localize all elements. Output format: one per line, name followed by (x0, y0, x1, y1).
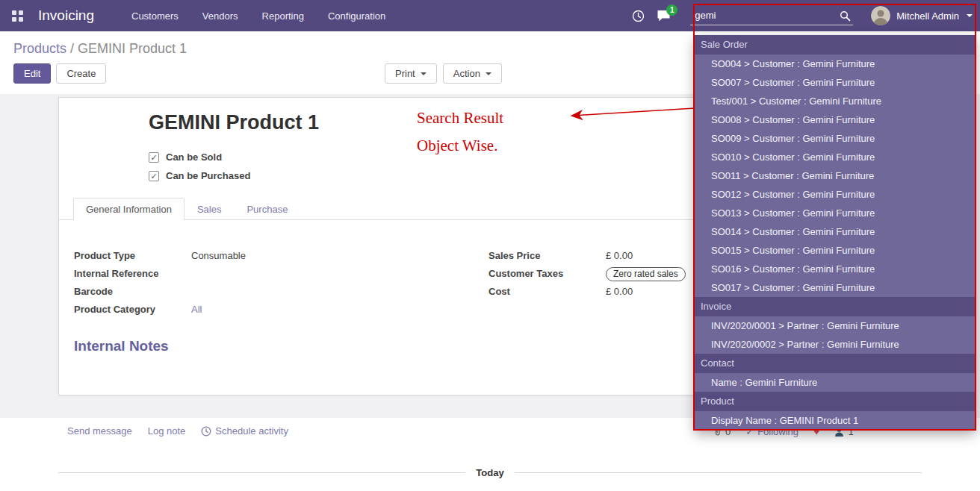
search-result-item[interactable]: INV/2020/0002 > Partner : Gemini Furnitu… (695, 335, 976, 354)
checkbox-row: Can be Sold (149, 151, 250, 163)
field-row-product-category: Product CategoryAll (74, 301, 481, 319)
chevron-down-icon (967, 14, 973, 17)
search-results-dropdown: Sale OrderSO004 > Customer : Gemini Furn… (695, 35, 976, 430)
tax-tag: Zero rated sales (606, 267, 686, 281)
top-navbar: Invoicing CustomersVendorsReportingConfi… (0, 0, 980, 31)
field-label: Sales Price (489, 247, 606, 263)
annotation-text: Search Result Object Wise. (417, 109, 503, 164)
app-name[interactable]: Invoicing (38, 7, 94, 24)
nav-item-configuration[interactable]: Configuration (328, 10, 385, 22)
nav-item-reporting[interactable]: Reporting (262, 10, 304, 22)
field-value-customer-taxes: Zero rated sales (606, 265, 686, 281)
field-row-barcode: Barcode (74, 283, 481, 301)
fields-left: Product TypeConsumableInternal Reference… (74, 247, 481, 319)
navbar-right: 1 Mitchell Admin (632, 6, 973, 25)
search-result-item[interactable]: SO014 > Customer : Gemini Furniture (695, 222, 976, 241)
can-be-purchased-label: Can be Purchased (166, 170, 250, 181)
field-label: Internal Reference (74, 265, 191, 281)
search-group-header-product: Product (695, 392, 976, 411)
field-row-product-type: Product TypeConsumable (74, 247, 481, 265)
navbar-search (690, 7, 853, 25)
field-value-product-type: Consumable (191, 247, 246, 263)
breadcrumb-products-link[interactable]: Products (13, 41, 66, 56)
field-value-product-category[interactable]: All (191, 301, 202, 316)
apps-grid-icon[interactable] (12, 10, 23, 22)
search-result-item[interactable]: Test/001 > Customer : Gemini Furniture (695, 92, 976, 110)
nav-item-customers[interactable]: Customers (131, 10, 179, 22)
divider-line (515, 472, 922, 473)
field-label: Product Type (74, 247, 191, 263)
search-result-item[interactable]: SO012 > Customer : Gemini Furniture (695, 185, 976, 204)
breadcrumb-separator: / (66, 41, 78, 56)
search-result-item[interactable]: SO008 > Customer : Gemini Furniture (695, 110, 976, 129)
nav-item-vendors[interactable]: Vendors (202, 10, 238, 22)
search-result-item[interactable]: Display Name : GEMINI Product 1 (695, 411, 976, 430)
activities-clock-icon[interactable] (632, 10, 645, 22)
create-button[interactable]: Create (56, 63, 106, 84)
can-be-sold-label: Can be Sold (166, 151, 222, 163)
search-result-item[interactable]: SO007 > Customer : Gemini Furniture (695, 73, 976, 92)
field-label: Barcode (74, 283, 191, 298)
chatter-links: Send message Log note Schedule activity (67, 425, 288, 437)
product-title: GEMINI Product 1 (149, 111, 319, 134)
field-label: Customer Taxes (489, 265, 606, 281)
checkbox-row: Can be Purchased (149, 170, 250, 181)
search-result-item[interactable]: SO009 > Customer : Gemini Furniture (695, 129, 976, 148)
search-group-header-contact: Contact (695, 354, 976, 373)
search-result-item[interactable]: SO017 > Customer : Gemini Furniture (695, 278, 976, 297)
tab-sales[interactable]: Sales (184, 198, 235, 219)
search-icon[interactable] (840, 10, 851, 25)
search-input[interactable] (690, 7, 853, 25)
action-menu-button[interactable]: Action (443, 63, 502, 84)
breadcrumb-current: GEMINI Product 1 (78, 41, 187, 56)
print-label: Print (395, 68, 415, 79)
search-result-item[interactable]: Name : Gemini Furniture (695, 373, 976, 392)
action-buttons-group: Print Action (385, 63, 502, 84)
user-menu[interactable]: Mitchell Admin (871, 6, 973, 25)
field-label: Cost (489, 283, 606, 298)
can-be-sold-checkbox[interactable] (149, 152, 159, 163)
messages-badge: 1 (666, 4, 677, 16)
field-label: Product Category (74, 301, 191, 316)
send-message-link[interactable]: Send message (67, 425, 132, 437)
schedule-clock-icon (201, 426, 211, 437)
chevron-down-icon (421, 72, 427, 75)
tab-general-information[interactable]: General Information (73, 198, 184, 220)
search-result-item[interactable]: SO004 > Customer : Gemini Furniture (695, 54, 976, 73)
chevron-down-icon (486, 72, 491, 75)
search-result-item[interactable]: SO013 > Customer : Gemini Furniture (695, 204, 976, 222)
search-group-header-sale-order: Sale Order (695, 35, 976, 54)
schedule-activity-label: Schedule activity (215, 425, 288, 437)
internal-notes-heading: Internal Notes (74, 338, 169, 354)
search-result-item[interactable]: SO010 > Customer : Gemini Furniture (695, 148, 976, 166)
field-value-cost: £ 0.00 (606, 283, 633, 298)
print-menu-button[interactable]: Print (385, 63, 437, 84)
search-result-item[interactable]: INV/2020/0001 > Partner : Gemini Furnitu… (695, 316, 976, 335)
edit-button[interactable]: Edit (13, 63, 51, 84)
screen: Invoicing CustomersVendorsReportingConfi… (0, 0, 980, 491)
field-value-sales-price: £ 0.00 (606, 247, 633, 263)
messages-bubble-icon[interactable]: 1 (657, 10, 671, 22)
search-result-item[interactable]: SO011 > Customer : Gemini Furniture (695, 166, 976, 185)
annotation-line1: Search Result (417, 109, 503, 128)
search-result-item[interactable]: SO016 > Customer : Gemini Furniture (695, 260, 976, 278)
search-group-header-invoice: Invoice (695, 297, 976, 316)
field-row-internal-reference: Internal Reference (74, 265, 481, 283)
today-label: Today (465, 467, 514, 478)
divider-line (58, 472, 465, 473)
avatar (871, 6, 890, 25)
log-note-link[interactable]: Log note (148, 425, 186, 437)
user-name: Mitchell Admin (896, 10, 959, 22)
navbar-menu: CustomersVendorsReportingConfiguration (131, 10, 385, 22)
today-divider: Today (58, 467, 922, 478)
annotation-line2: Object Wise. (417, 137, 503, 155)
can-be-purchased-checkbox[interactable] (149, 171, 159, 181)
action-label: Action (453, 68, 480, 79)
schedule-activity-link[interactable]: Schedule activity (201, 425, 288, 437)
checkbox-group: Can be SoldCan be Purchased (149, 151, 250, 189)
search-result-item[interactable]: SO015 > Customer : Gemini Furniture (695, 241, 976, 260)
tab-purchase[interactable]: Purchase (234, 198, 300, 219)
